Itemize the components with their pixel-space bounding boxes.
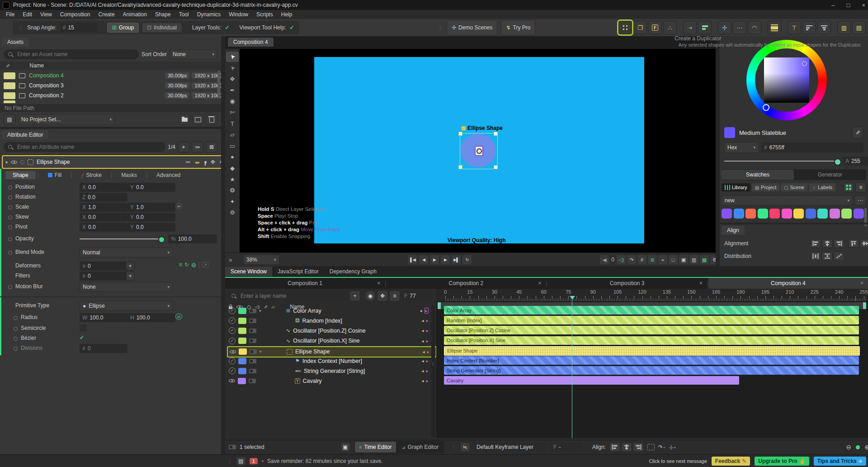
export-icon[interactable]: ↗ [202,262,208,268]
keyframe-spacing-button[interactable]: -|-▸ [669,445,676,450]
deformer-list-icon[interactable]: ≡ [179,262,182,268]
alpha-slider-knob[interactable] [834,158,841,166]
layer-enabled-icon[interactable]: ✓ [229,327,236,334]
next-keyframe-icon[interactable]: ▸ [426,318,429,323]
distribute-stagger-button[interactable] [834,252,844,261]
try-pro-button[interactable]: ↯Try Pro [501,20,535,35]
timeline-ruler[interactable]: 0153045607590105120135150165180195210225… [436,289,868,301]
source-scene[interactable]: ▢Scene [781,183,807,191]
swatch[interactable] [745,209,756,219]
alpha-field[interactable]: A255 [843,157,868,166]
playhead-marker[interactable] [570,296,575,300]
align-middle-v-button[interactable] [860,239,868,248]
track-bar[interactable]: Color Array [444,306,859,315]
grid-view-button[interactable] [843,182,854,192]
editor-tab-dependency-graph[interactable]: Dependency Graph [324,267,382,276]
track-bar[interactable]: Random [Index] [444,316,859,324]
close-button[interactable]: × [862,2,865,9]
value-field[interactable]: #0 [80,344,127,353]
next-keyframe-icon[interactable]: ▸ [426,378,429,383]
selection-handle[interactable] [458,165,462,169]
link-scale-icon[interactable]: ∞ [175,203,182,209]
go-to-start-button[interactable]: ▌◀ [408,255,417,264]
prev-keyframe-icon[interactable]: ◂ [420,308,422,313]
time-editor-button[interactable]: ≡Time Editor [355,442,396,453]
prev-keyframe-icon[interactable]: ◂ [422,358,424,363]
prev-keyframe-icon[interactable]: ◂ [423,349,425,354]
transparency-checker-icon[interactable]: ▩ [700,255,709,264]
layer-toggle-icon[interactable] [249,309,256,313]
prev-keyframe-icon[interactable]: ◂ [422,338,424,343]
layer-toggle-icon[interactable] [249,359,256,363]
value-field[interactable]: Y1.0 [127,203,175,212]
new-folder-button[interactable] [179,114,190,125]
clear-search-button[interactable]: ⊠ [206,142,217,152]
play-button[interactable]: ▶ [430,255,439,264]
rectangle-tool[interactable]: ▭ [226,141,239,151]
menu-create[interactable]: Create [94,10,119,19]
motion-blur-dropdown[interactable]: None▾ [80,282,173,292]
sort-order-dropdown[interactable]: None▾ [170,49,217,59]
next-keyframe-icon[interactable]: ▸ [427,349,429,354]
asset-row[interactable]: Composition 430.00fps1920 x 1080 [0,71,228,81]
footer-frame-field[interactable]: F- [551,443,582,452]
hue-indicator[interactable] [763,104,769,111]
forge-icon[interactable]: F [648,21,662,34]
opacity-slider-knob[interactable] [158,236,165,243]
swatch[interactable] [793,209,804,219]
add-layer-button[interactable]: + [349,291,360,301]
keyframe-dot[interactable] [8,205,12,210]
layer-enabled-icon[interactable]: ✓ [229,357,236,364]
attr-tab-advanced[interactable]: Advanced [149,171,188,179]
track-bar[interactable]: String Generator [String] [444,366,859,375]
audio-scrub-icon[interactable]: ◀ [600,255,609,264]
pen-tool[interactable]: ✒ [226,85,239,95]
hex-value-field[interactable]: #6755ff [761,143,863,152]
loop-button[interactable]: ↻ [462,255,472,264]
graph-editor-button[interactable]: ⊿Graph Editor [397,442,443,453]
layer-color-swatch[interactable] [238,328,246,334]
keyframe-layer-icon[interactable]: ≒ [460,442,470,452]
kf-align-right-button[interactable] [633,443,644,452]
prev-keyframe-icon[interactable]: ◂ [422,378,424,383]
attribute-search-field[interactable] [16,143,161,151]
semicircle-checkbox[interactable] [80,324,87,332]
rows-icon[interactable]: ▤ [852,21,866,34]
text-tool[interactable]: T [226,119,239,129]
swatch[interactable] [769,209,780,219]
solo-toggle-icon[interactable] [20,160,24,164]
group-mode-button[interactable]: ⊞Group [107,23,139,33]
tab-swatches[interactable]: Swatches [722,170,794,180]
playhead-line[interactable] [572,296,573,438]
layer-search-field[interactable] [240,292,343,300]
asset-search-input[interactable] [4,49,139,59]
tsquare-icon[interactable]: ⊤ [788,21,801,34]
layer-search-input[interactable] [227,291,347,301]
keyframe-dot[interactable] [8,186,12,190]
duplicator-icon[interactable] [618,21,632,34]
deformers-field[interactable]: ≡0 [80,262,127,271]
next-keyframe-icon[interactable]: ▸ [426,368,429,373]
keyframe-dot[interactable] [8,251,12,255]
value-field[interactable]: W100.0 [80,313,127,322]
align-left-button[interactable] [810,239,821,248]
assets-scrollbar[interactable] [217,71,220,98]
next-keyframe-icon[interactable]: ▸ [426,358,429,363]
tab-generator[interactable]: Generator [794,170,866,180]
asset-color-swatch[interactable] [4,82,15,89]
source-project[interactable]: ▤Project [752,183,780,191]
swatch[interactable] [806,209,816,219]
swatch-options-button[interactable]: ⋯ [854,195,866,205]
swatch[interactable] [758,209,768,219]
ease-curve-button[interactable]: ↷▸ [658,444,665,450]
value-field[interactable]: Y0.0 [127,183,175,192]
value-field[interactable]: X1.0 [80,203,127,212]
layer-toggle-icon[interactable] [249,379,256,383]
layer-toggle-icon[interactable] [249,319,256,323]
asset-row[interactable]: Composition 230.00fps1920 x 1080 [0,91,228,100]
layer-toggle-icon[interactable] [249,338,256,343]
layer-visible-icon[interactable] [230,349,236,354]
range-end-handle[interactable] [863,302,866,309]
value-field[interactable]: Y0.0 [127,213,175,222]
collapse-chevron-icon[interactable]: ▾ [5,160,8,165]
